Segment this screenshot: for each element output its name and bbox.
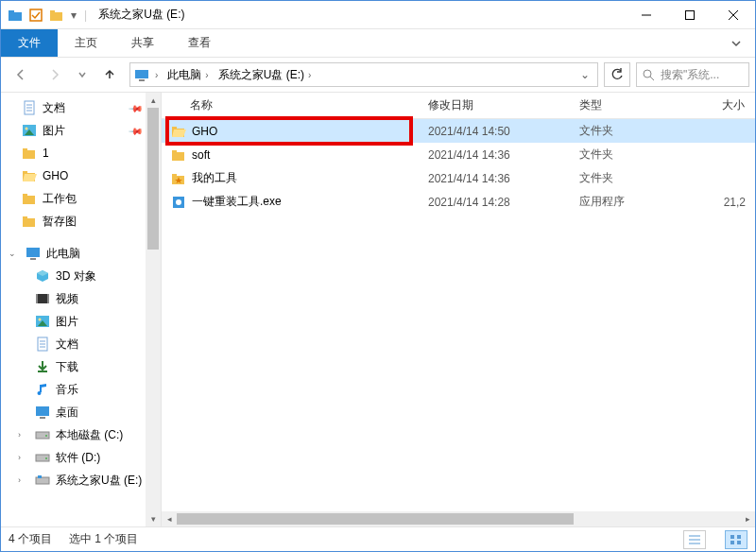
crumb-this-pc[interactable]: 此电脑›: [163, 67, 212, 83]
qat-folder-icon[interactable]: [48, 7, 65, 24]
svg-rect-67: [737, 535, 741, 539]
titlebar: ▾ | 系统之家U盘 (E:): [1, 1, 755, 29]
svg-rect-51: [36, 477, 49, 484]
file-date: 2021/4/14 14:28: [419, 196, 570, 209]
nav-label: 视频: [56, 291, 78, 307]
folder-icon: [171, 147, 186, 163]
chevron-right-icon[interactable]: ›: [155, 70, 158, 80]
nav-label: 图片: [56, 314, 78, 330]
collapse-icon[interactable]: ⌄: [9, 249, 20, 258]
svg-rect-56: [172, 152, 184, 161]
svg-rect-59: [172, 174, 177, 177]
back-button[interactable]: [7, 61, 35, 88]
svg-point-50: [45, 457, 47, 459]
scroll-up-icon[interactable]: ▴: [146, 93, 161, 108]
search-input[interactable]: 搜索"系统...: [636, 62, 749, 87]
col-date[interactable]: 修改日期: [419, 97, 570, 113]
video-icon: [35, 291, 50, 306]
svg-point-37: [39, 319, 42, 321]
expand-icon[interactable]: ›: [18, 475, 29, 485]
properties-icon[interactable]: [27, 7, 44, 24]
view-details-button[interactable]: [683, 530, 706, 549]
table-row[interactable]: 我的工具2021/4/14 14:36文件夹: [162, 166, 755, 190]
nav-item[interactable]: 图片📌: [1, 119, 161, 142]
qat-dropdown-icon[interactable]: ▾: [69, 7, 78, 24]
minimize-button[interactable]: [625, 1, 668, 29]
usb-icon: [35, 473, 50, 488]
table-row[interactable]: GHO2021/4/14 14:50文件夹: [162, 119, 755, 143]
forward-button[interactable]: [41, 61, 69, 88]
svg-rect-26: [23, 194, 27, 197]
address-field[interactable]: › 此电脑› 系统之家U盘 (E:)› ⌄: [129, 62, 598, 87]
nav-item[interactable]: 1: [1, 142, 161, 164]
nav-label: 图片: [43, 123, 65, 139]
nav-group-this-pc[interactable]: ⌄此电脑: [1, 242, 161, 265]
nav-label: 本地磁盘 (C:): [56, 427, 123, 443]
table-row[interactable]: soft2021/4/14 14:36文件夹: [162, 143, 755, 166]
close-button[interactable]: [712, 1, 755, 29]
svg-rect-20: [23, 150, 35, 159]
maximize-button[interactable]: [668, 1, 712, 29]
ribbon-expand-icon[interactable]: [717, 29, 755, 57]
nav-item[interactable]: 工作包: [1, 187, 161, 210]
recent-dropdown[interactable]: [75, 61, 90, 88]
nav-label: 3D 对象: [56, 268, 96, 285]
scroll-right-icon[interactable]: ▸: [740, 511, 755, 526]
tab-share[interactable]: 共享: [114, 29, 171, 57]
scroll-thumb[interactable]: [147, 108, 159, 250]
nav-item[interactable]: 文档: [1, 333, 161, 355]
file-list: 名称 修改日期 类型 大小 GHO2021/4/14 14:50文件夹soft2…: [162, 93, 755, 526]
tab-file[interactable]: 文件: [1, 29, 58, 57]
nav-scrollbar[interactable]: ▴ ▾: [146, 93, 161, 526]
col-size[interactable]: 大小: [683, 97, 755, 113]
nav-item[interactable]: 3D 对象: [1, 265, 161, 287]
nav-item[interactable]: 图片: [1, 310, 161, 333]
nav-item[interactable]: 下载: [1, 355, 161, 378]
file-name: soft: [192, 148, 210, 162]
nav-label: 文档: [43, 100, 65, 116]
expand-icon[interactable]: ›: [18, 430, 29, 440]
col-type[interactable]: 类型: [570, 97, 683, 113]
nav-item[interactable]: 桌面: [1, 401, 161, 423]
nav-label: 桌面: [56, 405, 78, 421]
nav-item[interactable]: 音乐: [1, 378, 161, 401]
svg-rect-69: [737, 541, 741, 544]
svg-line-12: [650, 77, 654, 80]
file-type: 文件夹: [570, 170, 683, 186]
nav-item[interactable]: 文档📌: [1, 96, 161, 119]
nav-item[interactable]: 视频: [1, 287, 161, 310]
desktop-icon: [35, 405, 50, 420]
address-dropdown-icon[interactable]: ⌄: [576, 68, 593, 81]
folder-icon: [22, 146, 37, 161]
nav-label: 此电脑: [46, 246, 80, 262]
nav-item[interactable]: ›系统之家U盘 (E:): [1, 469, 161, 492]
item-count: 4 个项目: [9, 531, 52, 547]
up-button[interactable]: [95, 61, 124, 88]
hscroll-thumb[interactable]: [177, 513, 574, 525]
table-row[interactable]: 一键重装工具.exe2021/4/14 14:28应用程序21,2: [162, 190, 755, 214]
col-name[interactable]: 名称: [162, 97, 419, 113]
svg-rect-10: [139, 79, 145, 81]
svg-rect-4: [50, 10, 55, 13]
scroll-left-icon[interactable]: ◂: [162, 511, 177, 526]
svg-rect-1: [9, 10, 14, 13]
ribbon: 文件 主页 共享 查看: [1, 29, 755, 58]
nav-item[interactable]: ›软件 (D:): [1, 446, 161, 469]
nav-item[interactable]: ›本地磁盘 (C:): [1, 423, 161, 446]
scroll-down-icon[interactable]: ▾: [146, 511, 161, 526]
file-name: GHO: [192, 125, 217, 138]
drive-icon: [35, 450, 50, 465]
view-icons-button[interactable]: [725, 530, 747, 549]
svg-point-11: [644, 70, 651, 78]
crumb-drive[interactable]: 系统之家U盘 (E:)›: [215, 67, 316, 83]
nav-item[interactable]: GHO: [1, 164, 161, 187]
file-type: 应用程序: [570, 194, 683, 210]
tab-view[interactable]: 查看: [171, 29, 228, 57]
svg-rect-52: [38, 475, 42, 478]
svg-rect-49: [36, 455, 49, 461]
tab-home[interactable]: 主页: [58, 29, 114, 57]
horizontal-scrollbar[interactable]: ◂ ▸: [162, 511, 755, 526]
nav-item[interactable]: 暂存图: [1, 210, 161, 233]
refresh-button[interactable]: [604, 62, 630, 87]
expand-icon[interactable]: ›: [18, 453, 29, 462]
